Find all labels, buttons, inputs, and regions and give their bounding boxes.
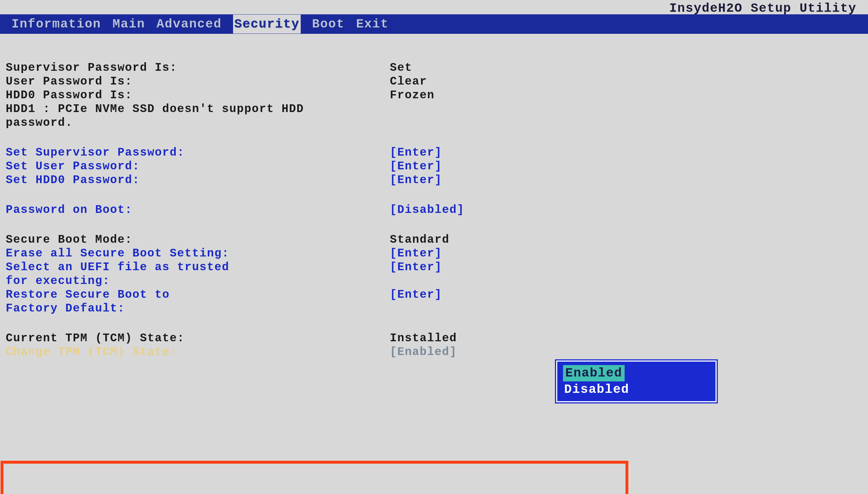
popup-option-disabled[interactable]: Disabled	[563, 381, 710, 398]
set-user-password-value[interactable]: [Enter]	[390, 160, 862, 174]
hdd1-note-line2: password.	[6, 116, 390, 130]
tab-advanced[interactable]: Advanced	[156, 17, 222, 31]
set-hdd0-password[interactable]: Set HDD0 Password:	[6, 174, 390, 187]
security-panel: Supervisor Password Is: Set User Passwor…	[0, 34, 868, 359]
select-uefi-file-line1[interactable]: Select an UEFI file as trusted	[6, 261, 390, 274]
select-uefi-file-value[interactable]: [Enter]	[390, 261, 862, 274]
tab-main[interactable]: Main	[112, 17, 145, 31]
tab-security[interactable]: Security	[233, 15, 300, 34]
tab-exit[interactable]: Exit	[356, 17, 389, 31]
restore-secure-boot-line1[interactable]: Restore Secure Boot to	[6, 288, 390, 302]
popup-option-enabled[interactable]: Enabled	[563, 365, 625, 381]
utility-title: InsydeH2O Setup Utility	[669, 1, 856, 16]
secure-boot-mode-value: Standard	[390, 233, 862, 247]
tab-boot[interactable]: Boot	[312, 17, 345, 31]
restore-secure-boot-value[interactable]: [Enter]	[390, 288, 862, 302]
hdd1-note-line1: HDD1 : PCIe NVMe SSD doesn't support HDD	[6, 102, 390, 116]
select-uefi-file-line2[interactable]: for executing:	[6, 274, 390, 288]
user-password-value: Clear	[390, 75, 862, 89]
erase-secure-boot[interactable]: Erase all Secure Boot Setting:	[6, 247, 390, 261]
set-hdd0-password-value[interactable]: [Enter]	[390, 174, 862, 187]
set-supervisor-password[interactable]: Set Supervisor Password:	[6, 146, 390, 160]
secure-boot-mode-label: Secure Boot Mode:	[6, 233, 390, 247]
set-user-password[interactable]: Set User Password:	[6, 160, 390, 174]
user-password-label: User Password Is:	[6, 75, 390, 89]
current-tpm-state-value: Installed	[390, 332, 862, 346]
current-tpm-state-label: Current TPM (TCM) State:	[6, 332, 390, 346]
password-on-boot-value[interactable]: [Disabled]	[390, 204, 862, 217]
menu-bar: Information Main Advanced Security Boot …	[0, 14, 868, 34]
hdd0-password-value: Frozen	[390, 89, 862, 102]
change-tpm-state[interactable]: Change TPM (TCM) State:	[6, 346, 390, 359]
option-popup: Enabled Disabled	[556, 360, 717, 402]
highlight-annotation	[1, 461, 628, 494]
supervisor-password-label: Supervisor Password Is:	[6, 61, 390, 75]
change-tpm-state-value[interactable]: [Enabled]	[390, 346, 862, 359]
erase-secure-boot-value[interactable]: [Enter]	[390, 247, 862, 261]
hdd0-password-label: HDD0 Password Is:	[6, 89, 390, 102]
supervisor-password-value: Set	[390, 61, 862, 75]
title-bar: InsydeH2O Setup Utility	[0, 0, 868, 14]
password-on-boot[interactable]: Password on Boot:	[6, 204, 390, 217]
set-supervisor-password-value[interactable]: [Enter]	[390, 146, 862, 160]
tab-information[interactable]: Information	[12, 17, 101, 31]
restore-secure-boot-line2[interactable]: Factory Default:	[6, 302, 390, 316]
